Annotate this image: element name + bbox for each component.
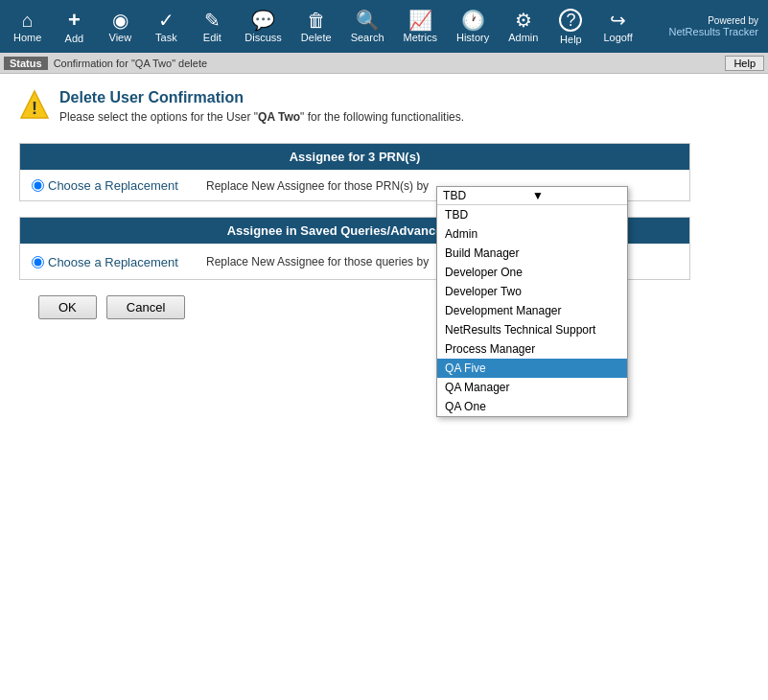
nav-view[interactable]: ◉ View [97, 7, 143, 47]
nav-discuss[interactable]: 💬 Discuss [235, 7, 291, 47]
logoff-icon: ↪ [610, 11, 626, 30]
queries-radio[interactable] [32, 256, 44, 268]
metrics-icon: 📈 [408, 11, 432, 30]
status-bar: Status Confirmation for "QA Two" delete … [0, 53, 768, 74]
assignee-radio-label[interactable]: Choose a Replacement [32, 178, 195, 193]
dropdown-item[interactable]: QA Five [437, 359, 627, 378]
dropdown-item[interactable]: TBD [437, 205, 627, 224]
nav-history[interactable]: 🕐 History [447, 7, 499, 47]
nav-metrics[interactable]: 📈 Metrics [394, 7, 447, 47]
dropdown-list: TBDAdminBuild ManagerDeveloper OneDevelo… [437, 205, 627, 416]
status-text: Confirmation for "QA Two" delete [54, 58, 726, 69]
nav-home[interactable]: ⌂ Home [4, 7, 51, 47]
assignee-dropdown-open: TBD ▼ TBDAdminBuild ManagerDeveloper One… [436, 186, 628, 417]
edit-icon: ✎ [204, 11, 221, 30]
dropdown-item[interactable]: NetResults Technical Support [437, 320, 627, 339]
history-icon: 🕐 [461, 11, 485, 30]
discuss-icon: 💬 [251, 11, 275, 30]
view-icon: ◉ [112, 11, 128, 30]
dropdown-arrow-icon: ▼ [532, 189, 621, 202]
assignee-panel-header: Assignee for 3 PRN(s) [20, 144, 689, 170]
dropdown-item[interactable]: Developer One [437, 263, 627, 282]
page-subtitle: Please select the options for the User "… [59, 110, 464, 124]
warning-text: Delete User Confirmation Please select t… [59, 89, 464, 124]
nav-edit[interactable]: ✎ Edit [189, 7, 235, 47]
assignee-panel-row: Choose a Replacement Replace New Assigne… [20, 170, 689, 200]
status-label: Status [4, 57, 48, 70]
assignee-replace-text: Replace New Assignee for those PRN(s) by [206, 179, 429, 193]
nav-task[interactable]: ✓ Task [143, 7, 189, 47]
admin-icon: ⚙ [515, 11, 532, 30]
assignee-radio[interactable] [32, 179, 44, 192]
dropdown-item[interactable]: QA Manager [437, 378, 627, 397]
nav-delete[interactable]: 🗑 Delete [291, 7, 341, 47]
search-icon: 🔍 [356, 11, 380, 30]
queries-radio-label[interactable]: Choose a Replacement [32, 255, 195, 269]
page-title: Delete User Confirmation [59, 89, 464, 106]
dropdown-item[interactable]: Development Manager [437, 301, 627, 320]
cancel-button[interactable]: Cancel [106, 295, 185, 319]
dropdown-item[interactable]: Process Manager [437, 339, 627, 359]
dropdown-item[interactable]: Build Manager [437, 244, 627, 263]
help-button[interactable]: Help [725, 56, 764, 71]
brand: Powered by NetResults Tracker [668, 15, 764, 37]
home-icon: ⌂ [22, 11, 34, 30]
svg-text:!: ! [32, 99, 37, 118]
nav-add[interactable]: + Add [51, 6, 97, 48]
task-icon: ✓ [158, 11, 175, 30]
warning-section: ! Delete User Confirmation Please select… [19, 89, 749, 124]
help-icon: ? [559, 9, 582, 32]
nav-help[interactable]: ? Help [547, 5, 593, 49]
assignee-panel: Assignee for 3 PRN(s) Choose a Replaceme… [19, 143, 690, 201]
warning-icon: ! [19, 89, 50, 120]
queries-replace-text: Replace New Assignee for those queries b… [206, 255, 429, 268]
delete-icon: 🗑 [307, 11, 326, 30]
button-row: OK Cancel [38, 295, 749, 319]
dropdown-item[interactable]: QA One [437, 397, 627, 416]
top-nav: ⌂ Home + Add ◉ View ✓ Task ✎ Edit 💬 Disc… [0, 0, 768, 53]
nav-logoff[interactable]: ↪ Logoff [593, 7, 641, 47]
page-content: ! Delete User Confirmation Please select… [0, 74, 768, 335]
dropdown-item[interactable]: Developer Two [437, 282, 627, 301]
ok-button[interactable]: OK [38, 295, 97, 319]
add-icon: + [68, 10, 81, 31]
dropdown-item[interactable]: Admin [437, 224, 627, 244]
dropdown-header-row: TBD ▼ [437, 187, 627, 205]
nav-search[interactable]: 🔍 Search [341, 7, 394, 47]
nav-admin[interactable]: ⚙ Admin [499, 7, 547, 47]
